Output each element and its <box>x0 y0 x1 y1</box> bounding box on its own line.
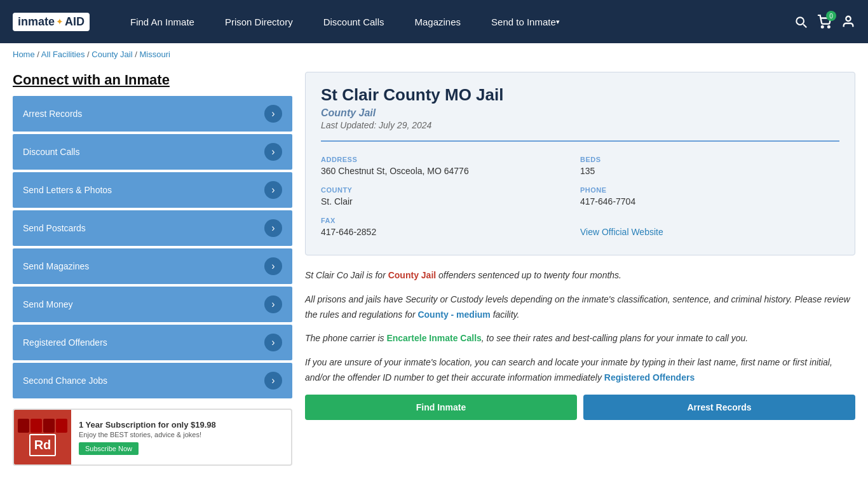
ad-title: 1 Year Subscription for only $19.98 <box>79 420 283 430</box>
nav-send-to-inmate[interactable]: Send to Inmate <box>476 0 575 43</box>
sidebar: Connect with an Inmate Arrest Records › … <box>13 72 292 466</box>
county-group: COUNTY St. Clair <box>321 181 580 212</box>
para2-text: All prisons and jails have Security or C… <box>305 294 850 320</box>
send-magazines-btn[interactable]: Send Magazines › <box>13 248 292 284</box>
facility-details: ADDRESS 360 Chestnut St, Osceola, MO 647… <box>321 140 839 242</box>
breadcrumb-county-jail[interactable]: County Jail <box>92 50 132 59</box>
breadcrumb-all-facilities[interactable]: All Facilities <box>41 50 85 59</box>
svg-point-0 <box>796 17 804 25</box>
svg-point-2 <box>822 26 824 28</box>
breadcrumb-missouri[interactable]: Missouri <box>139 50 170 59</box>
para3-suffix: , to see their rates and best-calling pl… <box>482 333 748 343</box>
sidebar-ad: Rd 1 Year Subscription for only $19.98 E… <box>13 409 292 466</box>
fax-value: 417-646-2852 <box>321 227 573 237</box>
facility-type: County Jail <box>321 107 839 119</box>
para3-prefix: The phone carrier is <box>305 333 386 343</box>
para2-suffix: facility. <box>491 309 520 320</box>
main-container: Connect with an Inmate Arrest Records › … <box>0 65 868 478</box>
registered-offenders-btn[interactable]: Registered Offenders › <box>13 325 292 360</box>
main-content: St Clair County MO Jail County Jail Last… <box>305 72 855 466</box>
description-para4: If you are unsure of your inmate's locat… <box>305 355 855 386</box>
discount-calls-btn[interactable]: Discount Calls › <box>13 134 292 170</box>
fax-label: FAX <box>321 217 573 224</box>
registered-offenders-arrow-icon: › <box>264 334 282 351</box>
description-para3: The phone carrier is Encartele Inmate Ca… <box>305 331 855 346</box>
svg-line-1 <box>803 24 806 27</box>
website-group: View Official Website <box>580 212 839 242</box>
ad-subtitle: Enjoy the BEST stories, advice & jokes! <box>79 431 283 438</box>
ad-logo-section: Rd <box>14 410 71 464</box>
description: St Clair Co Jail is for County Jail offe… <box>305 268 855 420</box>
send-letters-label: Send Letters & Photos <box>23 185 112 195</box>
send-letters-arrow-icon: › <box>264 181 282 199</box>
user-icon <box>841 15 855 29</box>
second-chance-jobs-btn[interactable]: Second Chance Jobs › <box>13 363 292 398</box>
registered-offenders-link[interactable]: Registered Offenders <box>604 372 695 383</box>
fax-group: FAX 417-646-2852 <box>321 212 580 242</box>
search-icon <box>794 15 807 28</box>
website-link[interactable]: View Official Website <box>580 227 663 237</box>
bottom-buttons: Find Inmate Arrest Records <box>305 395 855 420</box>
beds-label: BEDS <box>580 156 832 163</box>
logo[interactable]: inmate ✦ AID <box>13 13 90 31</box>
user-button[interactable] <box>841 15 855 29</box>
svg-point-4 <box>846 17 850 21</box>
discount-calls-label: Discount Calls <box>23 147 79 157</box>
nav-prison-directory[interactable]: Prison Directory <box>210 0 308 43</box>
send-magazines-arrow-icon: › <box>264 257 282 275</box>
encartele-link[interactable]: Encartele Inmate Calls <box>386 333 481 343</box>
description-para2: All prisons and jails have Security or C… <box>305 292 855 323</box>
facility-updated: Last Updated: July 29, 2024 <box>321 120 839 130</box>
address-label: ADDRESS <box>321 156 573 163</box>
nav-discount-calls[interactable]: Discount Calls <box>308 0 400 43</box>
logo-bird-icon: ✦ <box>56 17 64 27</box>
ad-rd-logo: Rd <box>29 434 57 456</box>
para4-text: If you are unsure of your inmate's locat… <box>305 357 832 383</box>
nav-find-inmate[interactable]: Find An Inmate <box>115 0 210 43</box>
cart-badge: 0 <box>826 11 836 21</box>
registered-offenders-label: Registered Offenders <box>23 337 107 348</box>
breadcrumb: Home / All Facilities / County Jail / Mi… <box>0 43 868 65</box>
find-inmate-bottom-btn[interactable]: Find Inmate <box>305 395 577 420</box>
beds-value: 135 <box>580 166 832 176</box>
nav-magazines[interactable]: Magazines <box>400 0 477 43</box>
arrest-records-bottom-btn[interactable]: Arrest Records <box>583 395 855 420</box>
description-para1: St Clair Co Jail is for County Jail offe… <box>305 268 855 283</box>
para1-suffix: offenders sentenced up to twenty four mo… <box>436 270 621 280</box>
arrest-records-label: Arrest Records <box>23 109 82 119</box>
website-spacer <box>580 217 832 224</box>
para1-prefix: St Clair Co Jail is for <box>305 270 388 280</box>
ad-content: 1 Year Subscription for only $19.98 Enjo… <box>71 415 291 460</box>
beds-group: BEDS 135 <box>580 151 839 181</box>
address-group: ADDRESS 360 Chestnut St, Osceola, MO 647… <box>321 151 580 181</box>
navbar: inmate ✦ AID Find An Inmate Prison Direc… <box>0 0 868 43</box>
county-medium-link[interactable]: County - medium <box>417 309 490 320</box>
breadcrumb-home[interactable]: Home <box>13 50 35 59</box>
send-postcards-btn[interactable]: Send Postcards › <box>13 210 292 246</box>
phone-label: PHONE <box>580 186 832 194</box>
discount-calls-arrow-icon: › <box>264 143 282 161</box>
logo-inmate-text: inmate <box>18 15 55 29</box>
arrest-records-arrow-icon: › <box>264 105 282 123</box>
send-letters-btn[interactable]: Send Letters & Photos › <box>13 172 292 208</box>
phone-value: 417-646-7704 <box>580 196 832 207</box>
phone-group: PHONE 417-646-7704 <box>580 181 839 212</box>
send-postcards-label: Send Postcards <box>23 223 86 233</box>
send-money-label: Send Money <box>23 299 73 309</box>
cart-button[interactable]: 0 <box>817 15 831 29</box>
address-value: 360 Chestnut St, Osceola, MO 64776 <box>321 166 573 176</box>
ad-subscribe-button[interactable]: Subscribe Now <box>79 442 139 455</box>
search-button[interactable] <box>794 15 807 28</box>
second-chance-jobs-label: Second Chance Jobs <box>23 376 107 386</box>
arrest-records-btn[interactable]: Arrest Records › <box>13 96 292 132</box>
send-magazines-label: Send Magazines <box>23 261 89 271</box>
facility-card: St Clair County MO Jail County Jail Last… <box>305 72 855 255</box>
county-jail-link[interactable]: County Jail <box>388 270 436 280</box>
send-money-btn[interactable]: Send Money › <box>13 287 292 322</box>
county-label: COUNTY <box>321 186 573 194</box>
county-value: St. Clair <box>321 196 573 207</box>
facility-name: St Clair County MO Jail <box>321 85 839 105</box>
nav-icons: 0 <box>794 15 855 29</box>
send-postcards-arrow-icon: › <box>264 219 282 237</box>
svg-point-3 <box>828 26 830 28</box>
